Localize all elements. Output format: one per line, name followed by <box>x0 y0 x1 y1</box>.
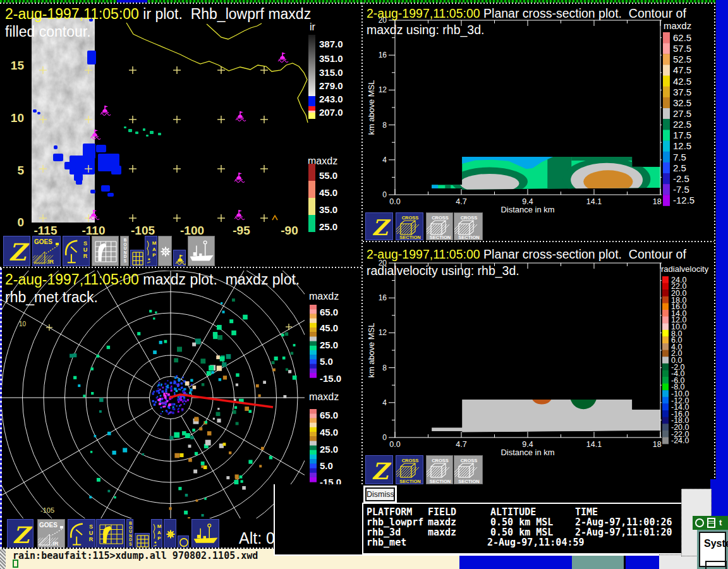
map-icon: MAP <box>145 236 158 267</box>
cross-section-icon: CROSSSECTION <box>454 213 483 241</box>
buoy-button[interactable] <box>173 250 186 266</box>
svg-text:.IR: .IR <box>47 259 54 265</box>
terminal-scrollbar[interactable] <box>0 549 6 569</box>
cross-section-button[interactable]: CROSSSECTION <box>454 455 483 484</box>
zebra-logo-button[interactable]: Z <box>365 455 393 484</box>
window-title-text: t <box>719 518 722 527</box>
svg-text:M: M <box>157 523 162 529</box>
desktop-root: -115-110-105-100-95-90151050ir387.0351.0… <box>0 0 728 569</box>
svg-text:U: U <box>83 247 88 253</box>
gear-icon <box>159 236 173 267</box>
window-menu-button[interactable] <box>695 518 704 527</box>
svg-text:CROSS: CROSS <box>402 215 419 221</box>
map-button[interactable]: MAP <box>145 236 157 266</box>
svg-text:S: S <box>89 523 93 530</box>
svg-text:Z: Z <box>9 238 30 266</box>
svg-text:P: P <box>157 535 161 541</box>
svg-text:S: S <box>129 542 132 546</box>
cross-section-icon: CROSSSECTION <box>427 213 454 241</box>
window-titlebar: t <box>693 516 728 530</box>
svg-text:Z: Z <box>372 458 392 484</box>
radar-sur-button[interactable]: SUR <box>68 519 95 548</box>
ship-button[interactable] <box>191 519 219 548</box>
zebra-logo-icon: Z <box>4 236 31 267</box>
cross-section-icon: CROSSSECTION <box>427 456 454 485</box>
cross-section-toolbar: ZCROSSSECTIONCROSSSECTIONCROSSSECTION <box>363 3 716 242</box>
svg-text:Z: Z <box>372 215 391 240</box>
svg-text:Z: Z <box>13 522 33 548</box>
radar-sur-icon: SUR <box>68 520 96 549</box>
gear-button[interactable] <box>158 236 172 266</box>
window-doc-button[interactable] <box>707 518 715 528</box>
window-border-right <box>714 3 715 479</box>
cross-section-button[interactable]: CROSSSECTION <box>454 212 483 240</box>
cross-section-button[interactable]: CROSSSECTION <box>396 212 423 240</box>
zebra-logo-button[interactable]: Z <box>3 236 30 266</box>
window-border <box>0 3 716 4</box>
goes-ir-button[interactable]: GOES.IR <box>37 519 65 548</box>
system-dialog-inner-box <box>705 561 727 569</box>
ship-button[interactable] <box>188 236 215 266</box>
radar-grid-button[interactable] <box>96 519 125 548</box>
svg-text:P: P <box>152 252 156 258</box>
ship-icon <box>192 520 220 549</box>
bounds-button[interactable]: BOUNDS <box>126 519 133 548</box>
radar-sur-button[interactable]: SUR <box>63 236 90 266</box>
gear-button[interactable] <box>164 519 176 548</box>
dismiss-button[interactable]: Dismiss <box>365 487 395 501</box>
svg-text:R: R <box>89 536 94 542</box>
panel-ir-plot: -115-110-105-100-95-90151050ir387.0351.0… <box>0 3 363 268</box>
ir-toolbar: ZGOES.IRSURBOUNDSMAP <box>0 3 363 268</box>
grid-small-icon <box>135 534 150 549</box>
cross-section-icon: CROSSSECTION <box>454 456 483 485</box>
svg-text:CROSS: CROSS <box>432 215 449 221</box>
zebra-logo-button[interactable]: Z <box>365 212 393 240</box>
circle-small-button[interactable] <box>178 535 189 548</box>
terminal-prompt-line[interactable]: rain:beaufait:115>xdump.all 970802.1105.… <box>13 550 258 561</box>
svg-text:SECTION: SECTION <box>430 479 451 484</box>
svg-text:S: S <box>124 259 127 263</box>
svg-text:SECTION: SECTION <box>458 479 479 484</box>
svg-text:SECTION: SECTION <box>430 235 451 240</box>
window-border-left <box>0 268 2 549</box>
map-icon: MAP <box>152 520 163 549</box>
radar-grid-icon <box>97 520 126 549</box>
svg-text:R: R <box>83 253 88 259</box>
cross-section-icon: CROSSSECTION <box>396 213 424 241</box>
cross-section-button[interactable]: CROSSSECTION <box>396 455 423 484</box>
zebra-logo-icon: Z <box>366 456 394 485</box>
buoy-icon <box>174 250 186 267</box>
zebra-logo-icon: Z <box>366 213 394 241</box>
panel-cross-section-maxdz: 0481216200.04.79.414.118.8Distance in km… <box>363 3 716 242</box>
radar-grid-button[interactable] <box>92 236 119 266</box>
grid-small-button[interactable] <box>130 250 144 266</box>
svg-text:CROSS: CROSS <box>432 458 449 463</box>
zebra-logo-icon: Z <box>8 520 34 549</box>
cross-section-button[interactable]: CROSSSECTION <box>426 212 453 240</box>
svg-text:.IR: .IR <box>51 541 59 547</box>
desktop-background <box>716 0 728 569</box>
desktop-top-border-segment <box>117 0 147 3</box>
panel-divider-vertical <box>361 3 363 550</box>
ship-icon <box>188 236 215 267</box>
table-cell: 2-Aug-97,11:04:59 <box>487 537 585 548</box>
desktop-top-border <box>0 0 728 3</box>
bounds-icon: BOUNDS <box>127 520 134 549</box>
cross-section-icon: CROSSSECTION <box>396 456 424 485</box>
table-cell: rhb_met <box>367 537 406 548</box>
svg-text:SECTION: SECTION <box>399 235 420 240</box>
gear-icon <box>164 520 177 549</box>
zebra-logo-button[interactable]: Z <box>7 519 33 548</box>
bounds-button[interactable]: BOUNDS <box>120 236 129 266</box>
panel-divider-right <box>363 241 716 242</box>
cross-section-button[interactable]: CROSSSECTION <box>426 455 453 484</box>
terminal-cursor <box>13 560 18 568</box>
table-cell: 2-Aug-97,11:01:20 <box>575 527 672 538</box>
svg-text:A: A <box>157 530 161 535</box>
table-cell: maxdz <box>428 527 456 538</box>
map-button[interactable]: MAP <box>151 519 162 548</box>
grid-small-button[interactable] <box>135 533 150 548</box>
bounds-icon: BOUNDS <box>121 236 130 267</box>
system-dialog-window: Syste <box>697 530 728 569</box>
goes-ir-button[interactable]: GOES.IR <box>32 236 61 266</box>
